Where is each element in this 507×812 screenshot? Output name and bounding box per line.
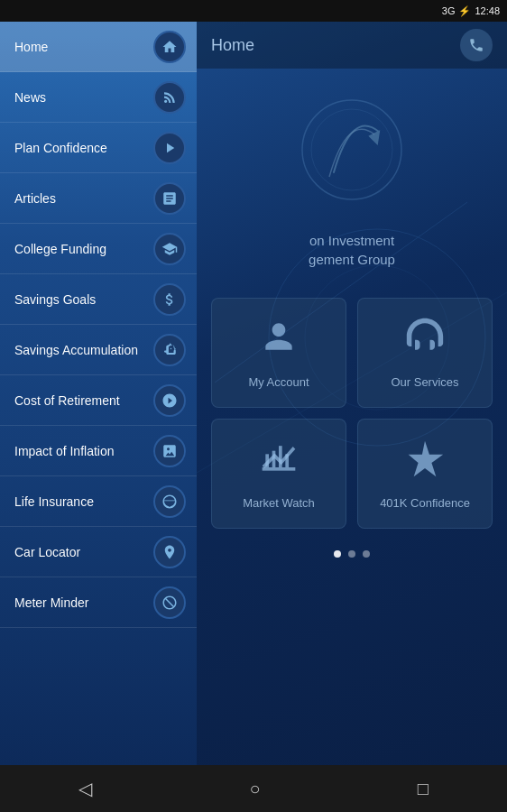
tile-401k-confidence[interactable]: 401K Confidence <box>357 419 493 529</box>
status-bar: 3G ⚡ 12:48 <box>0 0 507 22</box>
retire-icon <box>161 392 178 409</box>
sidebar-label-college-funding: College Funding <box>14 242 153 256</box>
page-title: Home <box>211 36 254 55</box>
logo-area <box>197 69 507 231</box>
tile-label-401k-confidence: 401K Confidence <box>380 496 470 510</box>
tile-my-account[interactable]: My Account <box>211 298 346 408</box>
main-content: Home on Investmentge <box>197 22 507 765</box>
sidebar-item-plan-confidence[interactable]: Plan Confidence <box>0 123 197 173</box>
gauge-icon <box>161 595 178 611</box>
market-watch-icon <box>259 438 299 485</box>
sidebar: Home News Plan Confidence Articles <box>0 22 197 765</box>
headset-icon <box>405 317 445 356</box>
play-icon <box>161 140 178 156</box>
svg-rect-7 <box>265 454 269 467</box>
401k-confidence-icon <box>405 438 445 485</box>
tile-label-market-watch: Market Watch <box>243 496 315 510</box>
phone-icon <box>468 37 484 53</box>
sidebar-item-car-locator[interactable]: Car Locator <box>0 527 197 577</box>
life-insurance-icon-btn <box>153 485 186 518</box>
recent-apps-button[interactable]: □ <box>400 771 447 807</box>
clock: 12:48 <box>475 5 500 16</box>
star-icon <box>405 438 445 477</box>
my-account-icon <box>259 317 299 364</box>
piggy-icon <box>161 342 178 358</box>
sidebar-label-cost-of-retirement: Cost of Retirement <box>14 393 153 408</box>
sidebar-item-news[interactable]: News <box>0 72 197 123</box>
sidebar-item-meter-minder[interactable]: Meter Minder <box>0 577 197 628</box>
coins-icon <box>161 291 178 308</box>
home-icon <box>161 39 178 55</box>
tile-our-services[interactable]: Our Services <box>357 298 493 408</box>
company-name-area: on Investmentgement Group <box>197 231 507 287</box>
impact-of-inflation-icon-btn <box>153 435 186 467</box>
sidebar-label-plan-confidence: Plan Confidence <box>14 141 153 155</box>
percent-icon <box>161 443 178 459</box>
svg-point-5 <box>311 109 392 190</box>
company-logo <box>280 91 424 208</box>
sidebar-label-impact-of-inflation: Impact of Inflation <box>14 444 153 458</box>
svg-rect-9 <box>279 446 282 467</box>
college-funding-icon-btn <box>153 233 186 265</box>
tile-label-our-services: Our Services <box>391 375 458 389</box>
status-icons: 3G ⚡ 12:48 <box>442 5 500 17</box>
tiles-grid: My Account Our Services <box>197 287 507 540</box>
signal-indicator: 3G <box>442 5 456 16</box>
battery-icon: ⚡ <box>458 5 471 17</box>
page-dot-3[interactable] <box>363 550 370 558</box>
top-bar: Home <box>197 22 507 69</box>
article-icon <box>161 190 178 207</box>
cost-of-retirement-icon-btn <box>153 384 186 417</box>
news-icon-btn <box>153 81 186 114</box>
svg-rect-8 <box>272 451 276 467</box>
sidebar-item-savings-accumulation[interactable]: Savings Accumulation <box>0 325 197 375</box>
sidebar-item-impact-of-inflation[interactable]: Impact of Inflation <box>0 426 197 476</box>
articles-icon-btn <box>153 182 186 215</box>
tile-market-watch[interactable]: Market Watch <box>211 419 346 529</box>
sidebar-item-college-funding[interactable]: College Funding <box>0 224 197 274</box>
sidebar-label-articles: Articles <box>14 191 153 206</box>
location-icon <box>161 544 178 560</box>
sidebar-item-cost-of-retirement[interactable]: Cost of Retirement <box>0 375 197 426</box>
car-locator-icon-btn <box>153 536 186 568</box>
main-wrapper: Home News Plan Confidence Articles <box>0 22 507 765</box>
page-dot-1[interactable] <box>334 550 341 558</box>
sidebar-label-life-insurance: Life Insurance <box>14 494 153 509</box>
navigation-bar: ◁ ○ □ <box>0 765 507 812</box>
svg-point-4 <box>302 100 401 199</box>
chart-icon <box>259 438 299 477</box>
meter-minder-icon-btn <box>153 586 186 619</box>
sidebar-label-savings-accumulation: Savings Accumulation <box>14 343 153 357</box>
tile-label-my-account: My Account <box>248 375 309 389</box>
home-icon-btn <box>153 31 186 63</box>
back-button[interactable]: ◁ <box>60 770 110 807</box>
person-icon <box>259 317 299 356</box>
page-dot-2[interactable] <box>348 550 355 558</box>
umbrella-icon <box>161 494 178 510</box>
page-indicators <box>197 540 507 568</box>
savings-goals-icon-btn <box>153 283 186 316</box>
sidebar-label-meter-minder: Meter Minder <box>14 595 153 610</box>
sidebar-label-savings-goals: Savings Goals <box>14 292 153 307</box>
svg-rect-10 <box>285 454 289 467</box>
home-nav-button[interactable]: ○ <box>231 771 278 807</box>
sidebar-label-car-locator: Car Locator <box>14 545 153 559</box>
sidebar-item-articles[interactable]: Articles <box>0 173 197 224</box>
plan-confidence-icon-btn <box>153 132 186 164</box>
graduation-icon <box>161 241 178 257</box>
sidebar-item-life-insurance[interactable]: Life Insurance <box>0 476 197 527</box>
company-name-text: on Investmentgement Group <box>211 231 493 269</box>
sidebar-item-home[interactable]: Home <box>0 22 197 72</box>
rss-icon <box>161 89 178 106</box>
our-services-icon <box>405 317 445 364</box>
sidebar-label-news: News <box>14 90 153 105</box>
sidebar-item-savings-goals[interactable]: Savings Goals <box>0 274 197 325</box>
sidebar-label-home: Home <box>14 40 153 54</box>
svg-rect-6 <box>263 467 296 471</box>
phone-button[interactable] <box>460 29 493 61</box>
savings-accumulation-icon-btn <box>153 334 186 366</box>
